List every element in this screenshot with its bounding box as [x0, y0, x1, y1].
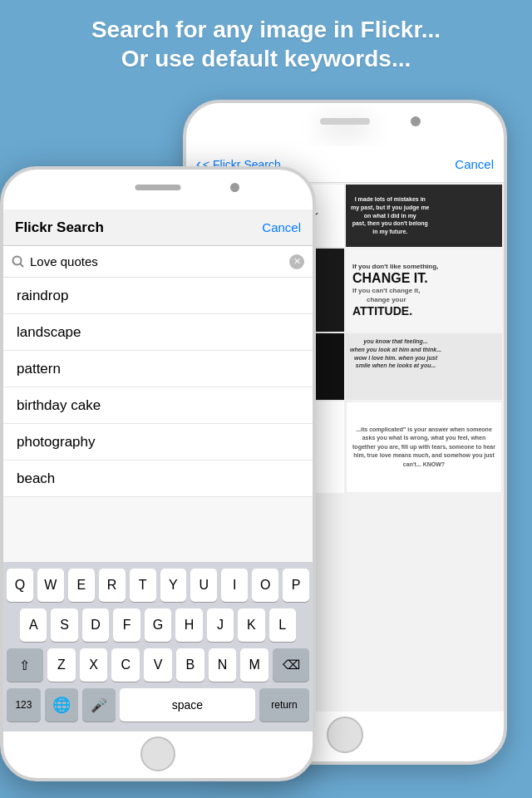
suggestion-pattern[interactable]: pattern	[3, 351, 313, 387]
key-w[interactable]: W	[37, 569, 64, 602]
quote-card-r3: you know that feeling...when you look at…	[346, 333, 502, 400]
front-phone-screen: Flickr Search Cancel Love quotes ✕ raind…	[3, 209, 313, 732]
key-e[interactable]: E	[68, 569, 95, 602]
key-h[interactable]: H	[175, 608, 202, 642]
suggestion-photography[interactable]: photography	[3, 424, 313, 461]
search-input-row: Love quotes ✕	[3, 246, 313, 278]
key-return[interactable]: return	[259, 688, 309, 722]
key-123[interactable]: 123	[7, 688, 41, 722]
suggestion-list: raindrop landscape pattern birthday cake…	[3, 278, 313, 497]
key-k[interactable]: K	[238, 608, 264, 642]
front-phone: Flickr Search Cancel Love quotes ✕ raind…	[0, 166, 316, 781]
back-cancel-btn[interactable]: Cancel	[455, 157, 494, 171]
header-line1: Search for any image in Flickr...	[91, 17, 441, 42]
keyboard: Q W E R T Y U I O P A S D F G	[3, 562, 313, 732]
key-i[interactable]: I	[221, 569, 248, 602]
key-s[interactable]: S	[51, 608, 77, 642]
key-shift[interactable]: ⇧	[7, 648, 43, 682]
quote-card-r2: If you don't like something, CHANGE IT. …	[346, 249, 502, 332]
key-a[interactable]: A	[20, 608, 47, 642]
key-delete[interactable]: ⌫	[273, 648, 309, 682]
search-input[interactable]: Love quotes	[30, 254, 284, 268]
key-x[interactable]: X	[80, 648, 108, 682]
speaker-front	[135, 185, 181, 190]
key-y[interactable]: Y	[160, 569, 187, 602]
key-o[interactable]: O	[252, 569, 278, 602]
search-icon	[12, 255, 25, 268]
key-g[interactable]: G	[145, 608, 171, 642]
key-f[interactable]: F	[113, 608, 140, 642]
key-z[interactable]: Z	[47, 648, 76, 682]
modal-cancel-btn[interactable]: Cancel	[262, 220, 301, 234]
header-line2: Or use default keywords...	[121, 46, 411, 71]
app-header: Search for any image in Flickr... Or use…	[17, 15, 515, 73]
home-btn-front[interactable]	[140, 736, 175, 771]
svg-line-1	[21, 264, 24, 267]
key-c[interactable]: C	[111, 648, 140, 682]
key-u[interactable]: U	[190, 569, 217, 602]
quote-card-r4: ...its complicated" is your answer when …	[346, 401, 502, 493]
key-j[interactable]: J	[207, 608, 234, 642]
key-m[interactable]: M	[240, 648, 268, 682]
key-mic[interactable]: 🎤	[82, 688, 116, 722]
suggestion-beach[interactable]: beach	[3, 461, 313, 497]
key-r[interactable]: R	[99, 569, 126, 602]
quote-card-r1: I made lots of mistakes inmy past, but i…	[346, 185, 502, 247]
key-v[interactable]: V	[144, 648, 172, 682]
key-l[interactable]: L	[269, 608, 296, 642]
svg-point-0	[13, 256, 22, 264]
key-p[interactable]: P	[283, 569, 309, 602]
key-d[interactable]: D	[82, 608, 109, 642]
suggestion-landscape[interactable]: landscape	[3, 314, 313, 351]
key-globe[interactable]: 🌐	[45, 688, 78, 722]
search-modal-bar: Flickr Search Cancel	[3, 209, 313, 246]
key-t[interactable]: T	[130, 569, 156, 602]
key-q[interactable]: Q	[7, 569, 33, 602]
key-space[interactable]: space	[120, 688, 255, 722]
camera-back	[411, 116, 421, 126]
modal-title: Flickr Search	[15, 219, 104, 236]
suggestion-raindrop[interactable]: raindrop	[3, 278, 313, 314]
key-b[interactable]: B	[176, 648, 204, 682]
speaker-back	[320, 118, 370, 125]
suggestion-birthday-cake[interactable]: birthday cake	[3, 387, 313, 424]
key-n[interactable]: N	[209, 648, 237, 682]
clear-search-btn[interactable]: ✕	[289, 254, 304, 269]
camera-front	[230, 183, 239, 192]
home-btn-back[interactable]	[327, 717, 363, 753]
